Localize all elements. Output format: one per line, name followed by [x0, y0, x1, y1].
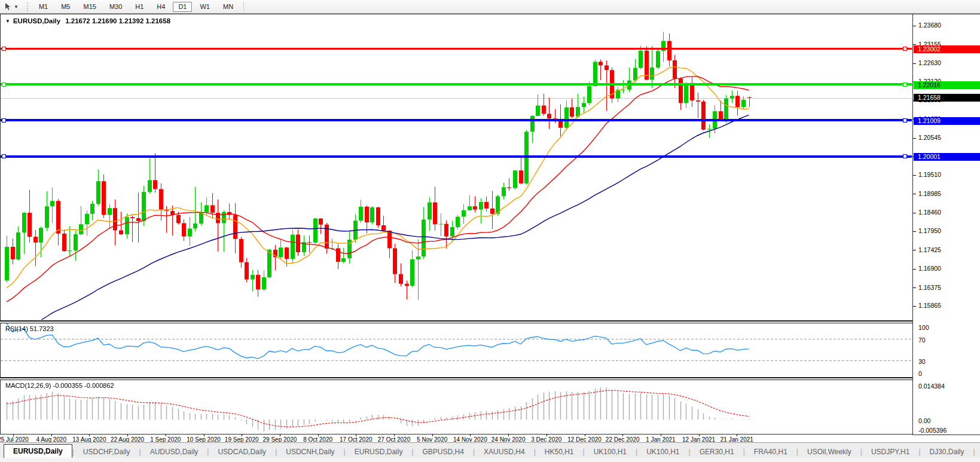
hline-handle-support-line-1[interactable]: [2, 118, 6, 123]
hline-handle-support-line-2[interactable]: [2, 154, 6, 158]
timeframe-button-M1[interactable]: M1: [33, 2, 53, 12]
macd-axis-label: 0.00: [918, 417, 930, 424]
chart-tab-hk50-h1[interactable]: HK50,H1: [536, 445, 583, 458]
price-tick-mark: [913, 138, 916, 139]
macd-panel[interactable]: MACD(12,26,9) -0.000355 -0.000862: [0, 380, 913, 435]
price-tick-label: 1.15865: [918, 302, 941, 309]
rsi-indicator-label: RSI(14) 51.7323: [5, 325, 54, 332]
chart-window: ▼EURUSD,Daily1.21672 1.21690 1.21392 1.2…: [0, 14, 980, 442]
rsi-axis-label: 100: [918, 324, 929, 331]
price-label-current-price-line: 1.21658: [914, 94, 980, 102]
price-label-supply-line: 1.22016: [914, 81, 980, 89]
rsi-panel[interactable]: RSI(14) 51.7323: [0, 323, 913, 378]
price-tick-mark: [913, 269, 916, 270]
price-tick-mark: [913, 175, 916, 176]
timeframe-buttons: M1M5M15M30H1H4D1W1MN: [32, 2, 240, 12]
hline-handle-supply-line[interactable]: [903, 82, 907, 87]
chart-tab-gbpusd-h4[interactable]: GBPUSD,H4: [414, 445, 473, 458]
price-tick-label: 1.17950: [918, 227, 941, 234]
chart-tab-eurusd-daily[interactable]: EURUSD,Daily: [346, 445, 412, 458]
chevron-down-icon: ▼: [14, 4, 19, 10]
chart-tab-usdjpy-h1[interactable]: USDJPY,H1: [862, 445, 918, 458]
chart-tab-bar: EURUSD,Daily|USDCHF,Daily|AUDUSD,Daily|U…: [0, 442, 980, 458]
terminal-window: ▼ M1M5M15M30H1H4D1W1MN ▼EURUSD,Daily1.21…: [0, 0, 980, 462]
chart-tab-usdchf-daily[interactable]: USDCHF,Daily: [74, 445, 139, 458]
price-tick-label: 1.18985: [918, 190, 941, 197]
timeframe-button-W1[interactable]: W1: [194, 2, 215, 12]
timeframe-button-M5[interactable]: M5: [56, 2, 75, 12]
price-label-support-line-1: 1.21009: [914, 117, 980, 125]
timeframe-button-MN[interactable]: MN: [218, 2, 239, 12]
hline-support-line-2[interactable]: [1, 155, 912, 158]
price-tick-label: 1.17425: [918, 246, 941, 253]
price-tick-mark: [913, 250, 916, 250]
timeframe-button-M30[interactable]: M30: [104, 2, 127, 12]
main-chart-panel[interactable]: ▼EURUSD,Daily1.21672 1.21690 1.21392 1.2…: [0, 14, 913, 322]
price-tick-mark: [913, 194, 916, 194]
chart-title: ▼EURUSD,Daily1.21672 1.21690 1.21392 1.2…: [5, 17, 170, 25]
price-tick-label: 1.18460: [918, 209, 941, 216]
price-tick-label: 1.16900: [918, 265, 941, 272]
timeframe-button-H1[interactable]: H1: [130, 2, 149, 12]
hline-support-line-1[interactable]: [1, 119, 912, 121]
hline-handle-support-line-1[interactable]: [903, 118, 907, 123]
chart-tab-dj30-daily[interactable]: DJ30,Daily: [921, 445, 973, 458]
hline-supply-line[interactable]: [1, 83, 912, 85]
chart-tab-usdcnh-daily[interactable]: USDCNH,Daily: [277, 445, 343, 458]
rsi-axis-label: 30: [918, 358, 926, 365]
price-tick-mark: [913, 231, 916, 232]
chart-ohlc-quotes: 1.21672 1.21690 1.21392 1.21658: [65, 17, 170, 25]
price-tick-mark: [913, 26, 916, 26]
price-tick-mark: [913, 63, 916, 64]
timeframe-toolbar: ▼ M1M5M15M30H1H4D1W1MN: [0, 0, 980, 14]
chart-tab-audusd-daily[interactable]: AUDUSD,Daily: [141, 445, 207, 458]
price-tick-mark: [913, 213, 916, 213]
toolbar-grip[interactable]: [27, 2, 28, 11]
chart-tab-eurusd-daily[interactable]: EURUSD,Daily: [4, 444, 72, 458]
toolbar-separator: [243, 2, 244, 11]
chart-tab-xauusd-h4[interactable]: XAUUSD,H4: [475, 445, 534, 458]
price-tick-label: 1.23680: [918, 22, 941, 29]
price-tick-mark: [913, 306, 916, 307]
dropdown-triangle-icon[interactable]: ▼: [5, 19, 10, 24]
price-chart-canvas[interactable]: [1, 14, 912, 320]
macd-canvas[interactable]: [1, 380, 912, 433]
hline-handle-resistance-line[interactable]: [2, 47, 6, 51]
chart-tab-usoil-weekly[interactable]: USOil,Weekly: [798, 445, 860, 458]
macd-indicator-label: MACD(12,26,9) -0.000355 -0.000862: [5, 382, 114, 389]
hline-handle-supply-line[interactable]: [2, 82, 6, 87]
chart-tab-fra40-h1[interactable]: FRA40,H1: [745, 445, 796, 458]
status-strip: [0, 458, 980, 462]
chart-tab-china300-h1[interactable]: CHINA300,H1: [975, 445, 980, 458]
price-tick-label: 1.20545: [918, 134, 941, 141]
price-tick-label: 1.22630: [918, 59, 941, 66]
chart-tab-usdcad-daily[interactable]: USDCAD,Daily: [209, 445, 275, 458]
date-axis[interactable]: 25 Jul 20204 Aug 202013 Aug 202022 Aug 2…: [0, 435, 912, 442]
rsi-axis-label: 70: [918, 336, 926, 344]
price-scale[interactable]: 1.236801.231551.226301.221201.215951.210…: [912, 14, 980, 435]
rsi-canvas[interactable]: [1, 323, 912, 376]
hline-handle-resistance-line[interactable]: [903, 47, 907, 51]
chart-tab-uk100-h1[interactable]: UK100,H1: [585, 445, 636, 458]
price-tick-mark: [913, 44, 916, 45]
timeframe-button-D1[interactable]: D1: [173, 2, 192, 12]
price-label-support-line-2: 1.20001: [914, 153, 980, 161]
chart-tab-ger30-h1[interactable]: GER30,H1: [691, 445, 743, 458]
price-label-resistance-line: 1.23002: [914, 45, 980, 53]
hline-handle-support-line-2[interactable]: [903, 154, 907, 158]
cursor-tool-button[interactable]: ▼: [1, 1, 21, 12]
price-tick-label: 1.16375: [918, 284, 941, 291]
timeframe-button-M15[interactable]: M15: [78, 2, 101, 12]
rsi-axis-label: 0: [918, 370, 922, 377]
cursor-icon: [4, 2, 12, 11]
price-tick-label: 1.19510: [918, 171, 941, 178]
timeframe-button-H4[interactable]: H4: [151, 2, 170, 12]
macd-axis-label: -0.005396: [918, 427, 947, 434]
macd-axis-label: 0.014384: [918, 383, 945, 390]
hline-resistance-line[interactable]: [1, 48, 912, 50]
chart-tab-uk100-h1[interactable]: UK100,H1: [637, 445, 688, 458]
chart-symbol-label: EURUSD,Daily: [13, 17, 60, 25]
price-tick-mark: [913, 287, 916, 288]
